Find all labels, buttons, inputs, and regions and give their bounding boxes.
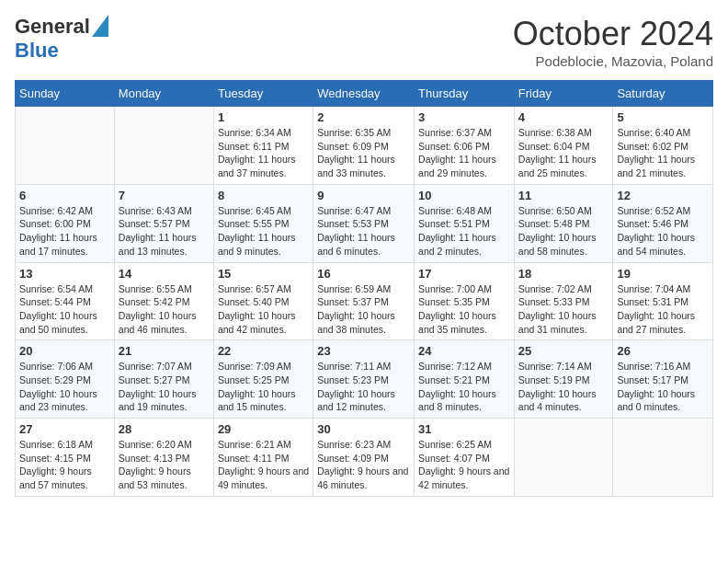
day-cell: 18Sunrise: 7:02 AMSunset: 5:33 PMDayligh… (514, 262, 613, 340)
day-info: Sunrise: 7:11 AMSunset: 5:23 PMDaylight:… (317, 360, 410, 414)
month-title: October 2024 (513, 15, 713, 53)
day-number: 14 (119, 267, 210, 281)
day-number: 6 (19, 189, 110, 202)
week-row-3: 13Sunrise: 6:54 AMSunset: 5:44 PMDayligh… (16, 262, 713, 340)
day-cell: 25Sunrise: 7:14 AMSunset: 5:19 PMDayligh… (514, 340, 613, 419)
logo-icon (92, 15, 108, 37)
day-number: 20 (19, 344, 110, 358)
day-cell (16, 107, 115, 185)
col-header-sunday: Sunday (16, 81, 115, 107)
day-cell: 12Sunrise: 6:52 AMSunset: 5:46 PMDayligh… (613, 184, 713, 262)
day-info: Sunrise: 6:37 AMSunset: 6:06 PMDaylight:… (418, 126, 510, 180)
day-cell: 22Sunrise: 7:09 AMSunset: 5:25 PMDayligh… (213, 340, 313, 419)
day-number: 10 (418, 189, 510, 202)
day-cell: 29Sunrise: 6:21 AMSunset: 4:11 PMDayligh… (213, 419, 313, 497)
day-info: Sunrise: 6:40 AMSunset: 6:02 PMDaylight:… (617, 126, 709, 180)
day-cell: 9Sunrise: 6:47 AMSunset: 5:53 PMDaylight… (313, 184, 415, 262)
day-cell: 14Sunrise: 6:55 AMSunset: 5:42 PMDayligh… (114, 262, 213, 340)
day-number: 28 (119, 422, 210, 436)
day-number: 30 (317, 422, 410, 436)
day-info: Sunrise: 6:25 AMSunset: 4:07 PMDaylight:… (418, 438, 510, 492)
day-info: Sunrise: 7:00 AMSunset: 5:35 PMDaylight:… (418, 282, 510, 337)
day-number: 22 (218, 344, 309, 358)
day-number: 19 (617, 267, 709, 281)
day-info: Sunrise: 6:57 AMSunset: 5:40 PMDaylight:… (218, 282, 309, 337)
day-number: 26 (617, 344, 709, 358)
day-cell: 8Sunrise: 6:45 AMSunset: 5:55 PMDaylight… (213, 184, 313, 262)
day-info: Sunrise: 7:07 AMSunset: 5:27 PMDaylight:… (119, 360, 210, 414)
day-info: Sunrise: 6:23 AMSunset: 4:09 PMDaylight:… (317, 438, 410, 492)
day-number: 1 (218, 110, 309, 124)
day-cell: 7Sunrise: 6:43 AMSunset: 5:57 PMDaylight… (114, 184, 213, 262)
day-cell: 21Sunrise: 7:07 AMSunset: 5:27 PMDayligh… (114, 340, 213, 419)
day-cell: 3Sunrise: 6:37 AMSunset: 6:06 PMDaylight… (415, 107, 515, 185)
day-info: Sunrise: 6:48 AMSunset: 5:51 PMDaylight:… (418, 204, 510, 259)
day-info: Sunrise: 7:12 AMSunset: 5:21 PMDaylight:… (418, 360, 510, 414)
day-number: 25 (518, 344, 609, 358)
day-info: Sunrise: 6:47 AMSunset: 5:53 PMDaylight:… (317, 204, 410, 259)
day-number: 17 (418, 267, 510, 281)
day-info: Sunrise: 6:20 AMSunset: 4:13 PMDaylight:… (119, 438, 210, 492)
day-cell: 11Sunrise: 6:50 AMSunset: 5:48 PMDayligh… (514, 184, 613, 262)
day-number: 18 (518, 267, 609, 281)
day-number: 12 (617, 189, 709, 202)
col-header-tuesday: Tuesday (213, 81, 313, 107)
day-number: 8 (218, 189, 309, 202)
day-cell: 2Sunrise: 6:35 AMSunset: 6:09 PMDaylight… (313, 107, 415, 185)
day-cell: 5Sunrise: 6:40 AMSunset: 6:02 PMDaylight… (613, 107, 713, 185)
day-number: 13 (19, 267, 110, 281)
day-cell: 31Sunrise: 6:25 AMSunset: 4:07 PMDayligh… (415, 419, 515, 497)
day-info: Sunrise: 6:54 AMSunset: 5:44 PMDaylight:… (19, 282, 110, 337)
day-cell: 4Sunrise: 6:38 AMSunset: 6:04 PMDaylight… (514, 107, 613, 185)
week-row-5: 27Sunrise: 6:18 AMSunset: 4:15 PMDayligh… (16, 419, 713, 497)
svg-marker-0 (92, 15, 108, 37)
day-number: 2 (317, 110, 410, 124)
day-cell: 20Sunrise: 7:06 AMSunset: 5:29 PMDayligh… (16, 340, 115, 419)
day-info: Sunrise: 6:52 AMSunset: 5:46 PMDaylight:… (617, 204, 709, 259)
calendar-table: SundayMondayTuesdayWednesdayThursdayFrid… (15, 80, 713, 497)
day-info: Sunrise: 6:43 AMSunset: 5:57 PMDaylight:… (119, 204, 210, 259)
day-info: Sunrise: 6:50 AMSunset: 5:48 PMDaylight:… (518, 204, 609, 259)
day-info: Sunrise: 6:55 AMSunset: 5:42 PMDaylight:… (119, 282, 210, 337)
col-header-thursday: Thursday (415, 81, 515, 107)
day-info: Sunrise: 6:34 AMSunset: 6:11 PMDaylight:… (218, 126, 309, 180)
day-info: Sunrise: 7:06 AMSunset: 5:29 PMDaylight:… (19, 360, 110, 414)
day-cell: 23Sunrise: 7:11 AMSunset: 5:23 PMDayligh… (313, 340, 415, 419)
day-number: 7 (119, 189, 210, 202)
col-header-monday: Monday (114, 81, 213, 107)
location: Podeblocie, Mazovia, Poland (513, 53, 713, 69)
page-header: General Blue October 2024 Podeblocie, Ma… (15, 15, 713, 69)
day-number: 21 (119, 344, 210, 358)
week-row-2: 6Sunrise: 6:42 AMSunset: 6:00 PMDaylight… (16, 184, 713, 262)
day-info: Sunrise: 6:21 AMSunset: 4:11 PMDaylight:… (218, 438, 309, 492)
week-row-1: 1Sunrise: 6:34 AMSunset: 6:11 PMDaylight… (16, 107, 713, 185)
day-info: Sunrise: 7:09 AMSunset: 5:25 PMDaylight:… (218, 360, 309, 414)
day-info: Sunrise: 6:42 AMSunset: 6:00 PMDaylight:… (19, 204, 110, 259)
col-header-wednesday: Wednesday (313, 81, 415, 107)
day-cell: 28Sunrise: 6:20 AMSunset: 4:13 PMDayligh… (114, 419, 213, 497)
calendar-header-row: SundayMondayTuesdayWednesdayThursdayFrid… (16, 81, 713, 107)
day-info: Sunrise: 7:04 AMSunset: 5:31 PMDaylight:… (617, 282, 709, 337)
day-cell (114, 107, 213, 185)
day-number: 16 (317, 267, 410, 281)
day-info: Sunrise: 6:35 AMSunset: 6:09 PMDaylight:… (317, 126, 410, 180)
day-cell: 19Sunrise: 7:04 AMSunset: 5:31 PMDayligh… (613, 262, 713, 340)
day-cell: 24Sunrise: 7:12 AMSunset: 5:21 PMDayligh… (415, 340, 515, 419)
day-cell: 1Sunrise: 6:34 AMSunset: 6:11 PMDaylight… (213, 107, 313, 185)
day-number: 11 (518, 189, 609, 202)
col-header-friday: Friday (514, 81, 613, 107)
logo: General Blue (15, 15, 108, 63)
day-info: Sunrise: 7:14 AMSunset: 5:19 PMDaylight:… (518, 360, 609, 414)
day-number: 4 (518, 110, 609, 124)
day-number: 9 (317, 189, 410, 202)
logo-text-general: General (15, 15, 90, 39)
logo-text-blue: Blue (15, 39, 59, 62)
day-info: Sunrise: 7:16 AMSunset: 5:17 PMDaylight:… (617, 360, 709, 414)
day-number: 5 (617, 110, 709, 124)
title-area: October 2024 Podeblocie, Mazovia, Poland (513, 15, 713, 69)
day-cell (514, 419, 613, 497)
day-info: Sunrise: 6:45 AMSunset: 5:55 PMDaylight:… (218, 204, 309, 259)
day-cell (613, 419, 713, 497)
day-number: 29 (218, 422, 309, 436)
day-cell: 13Sunrise: 6:54 AMSunset: 5:44 PMDayligh… (16, 262, 115, 340)
